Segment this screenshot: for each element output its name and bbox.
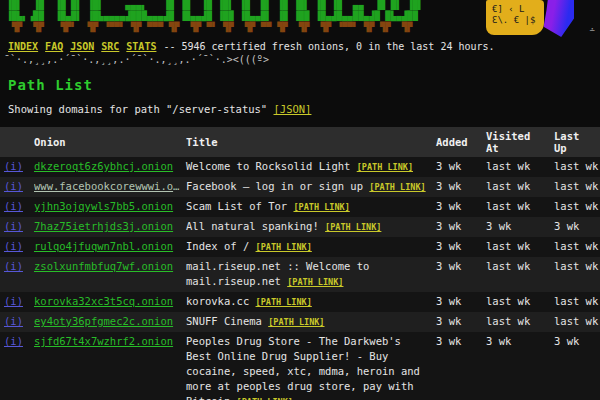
last-up-cell: last wk <box>550 257 600 292</box>
info-link[interactable]: (i) <box>4 160 23 172</box>
header-added: Added <box>432 127 482 157</box>
info-link[interactable]: (i) <box>4 180 23 192</box>
table-row: (i) dkzeroqt6z6ybhcj.onion Welcome to Ro… <box>0 157 600 177</box>
path-link[interactable]: [PATH LINK] <box>293 202 349 212</box>
info-link[interactable]: (i) <box>4 260 23 272</box>
onion-link[interactable]: ey4oty36pfgmec2c.onion <box>34 314 180 329</box>
onion-link[interactable]: yjhn3ojqywls7bb5.onion <box>34 199 180 214</box>
visited-cell: last wk <box>482 257 550 292</box>
onion-link[interactable]: 7haz75ietrhjds3j.onion <box>34 219 180 234</box>
mascot-shadow-shape <box>542 0 574 37</box>
info-link[interactable]: (i) <box>4 240 23 252</box>
info-link[interactable]: (i) <box>4 200 23 212</box>
added-cell: 3 wk <box>432 237 482 257</box>
visited-cell: last wk <box>482 197 550 217</box>
row-title: All natural spanking! <box>186 220 319 232</box>
last-up-cell: last wk <box>550 157 600 177</box>
table-row: (i) www.facebookcorewwwi.oni… Facebook –… <box>0 177 600 197</box>
mascot-body-shape: €] ‹ L Ɛ\. € |$ <box>486 0 544 35</box>
added-cell: 3 wk <box>432 217 482 237</box>
onion-link[interactable]: zsolxunfmbfuq7wf.onion <box>34 259 180 274</box>
path-link[interactable]: [PATH LINK] <box>287 277 343 287</box>
header-last-up: Last Up <box>550 127 600 157</box>
info-link[interactable]: (i) <box>4 295 23 307</box>
visited-cell: last wk <box>482 177 550 197</box>
nav-link-index[interactable]: INDEX <box>8 41 38 52</box>
info-link[interactable]: (i) <box>4 220 23 232</box>
main-nav: INDEXFAQJSONSRCSTATS-- 5946 certified fr… <box>0 38 600 53</box>
path-list-table: Onion Title Added Visited At Last Up (i)… <box>0 127 600 400</box>
onion-link[interactable]: sjfd67t4x7wzhrf2.onion <box>34 334 180 349</box>
header-info <box>0 127 30 157</box>
table-row: (i) sjfd67t4x7wzhrf2.onion Peoples Drug … <box>0 332 600 400</box>
nav-link-faq[interactable]: FAQ <box>45 41 63 52</box>
path-link[interactable]: [PATH LINK] <box>256 297 312 307</box>
row-title: Peoples Drug Store - The Darkweb's Best … <box>186 335 420 400</box>
onion-count-status: -- 5946 certified fresh onions, 0 in the… <box>163 41 494 52</box>
row-title: SNUFF Cinema <box>186 315 262 327</box>
mascot-text-line2: Ɛ\. € |$ <box>492 15 535 25</box>
path-link[interactable]: [PATH LINK] <box>268 317 324 327</box>
last-up-cell: 3 wk <box>550 332 600 400</box>
visited-cell: last wk <box>482 157 550 177</box>
row-title: korovka.cc <box>186 295 249 307</box>
fish-ascii-art: ¯`·.,¸¸,.·´¯`·.,¸¸,.·´¯`·.,¸¸,.·´¯`·.><(… <box>0 53 600 65</box>
visited-cell: 3 wk <box>482 332 550 400</box>
onion-mascot-art: €] ‹ L Ɛ\. € |$ <box>486 0 574 37</box>
subtitle: Showing domains for path "/server-status… <box>8 103 600 115</box>
table-row: (i) ey4oty36pfgmec2c.onion SNUFF Cinema … <box>0 312 600 332</box>
visited-cell: last wk <box>482 292 550 312</box>
mascot-text-line1: €] ‹ L <box>492 4 525 14</box>
added-cell: 3 wk <box>432 197 482 217</box>
path-link[interactable]: [PATH LINK] <box>357 162 413 172</box>
header-visited-at: Visited At <box>482 127 550 157</box>
row-title: Facebook – log in or sign up <box>186 180 363 192</box>
onion-link[interactable]: dkzeroqt6z6ybhcj.onion <box>34 159 180 174</box>
visited-cell: last wk <box>482 237 550 257</box>
path-link[interactable]: [PATH LINK] <box>325 222 381 232</box>
last-up-cell: last wk <box>550 292 600 312</box>
header-onion: Onion <box>30 127 182 157</box>
nav-link-src[interactable]: SRC <box>101 41 119 52</box>
visited-cell: last wk <box>482 312 550 332</box>
corner-glyph: ∸ <box>590 25 595 35</box>
nav-link-json[interactable]: JSON <box>70 41 94 52</box>
last-up-cell: last wk <box>550 177 600 197</box>
table-row: (i) rulqo4jfuqwn7nbl.onion Index of / [P… <box>0 237 600 257</box>
last-up-cell: last wk <box>550 237 600 257</box>
subtitle-text: Showing domains for path "/server-status… <box>8 103 267 115</box>
path-link[interactable]: [PATH LINK] <box>369 182 425 192</box>
table-row: (i) 7haz75ietrhjds3j.onion All natural s… <box>0 217 600 237</box>
added-cell: 3 wk <box>432 157 482 177</box>
last-up-cell: last wk <box>550 197 600 217</box>
info-link[interactable]: (i) <box>4 315 23 327</box>
added-cell: 3 wk <box>432 292 482 312</box>
page-title: Path List <box>8 77 600 93</box>
path-link[interactable]: [PATH LINK] <box>256 242 312 252</box>
table-row: (i) zsolxunfmbfuq7wf.onion mail.riseup.n… <box>0 257 600 292</box>
table-row: (i) korovka32xc3t5cq.onion korovka.cc [P… <box>0 292 600 312</box>
onion-link[interactable]: www.facebookcorewwwi.oni… <box>34 179 180 194</box>
header-title: Title <box>182 127 432 157</box>
last-up-cell: 3 wk <box>550 217 600 237</box>
last-up-cell: last wk <box>550 312 600 332</box>
ascii-banner: ▐█▌ ▐█ ▐█ █▌ ▐█▌ ▄▄▄▖ ▐█ ▐█ ▐█ ▐█▌ ▐█ █▌… <box>0 0 600 38</box>
row-title: Index of / <box>186 240 249 252</box>
added-cell: 3 wk <box>432 257 482 292</box>
table-row: (i) yjhn3ojqywls7bb5.onion Scam List of … <box>0 197 600 217</box>
onion-link[interactable]: korovka32xc3t5cq.onion <box>34 294 180 309</box>
added-cell: 3 wk <box>432 312 482 332</box>
row-title: Scam List of Tor <box>186 200 287 212</box>
json-export-link[interactable]: [JSON] <box>274 103 312 115</box>
nav-link-stats[interactable]: STATS <box>126 41 156 52</box>
visited-cell: 3 wk <box>482 217 550 237</box>
added-cell: 3 wk <box>432 332 482 400</box>
added-cell: 3 wk <box>432 177 482 197</box>
onion-link[interactable]: rulqo4jfuqwn7nbl.onion <box>34 239 180 254</box>
table-header-row: Onion Title Added Visited At Last Up <box>0 127 600 157</box>
info-link[interactable]: (i) <box>4 335 23 347</box>
row-title: Welcome to Rocksolid Light <box>186 160 350 172</box>
